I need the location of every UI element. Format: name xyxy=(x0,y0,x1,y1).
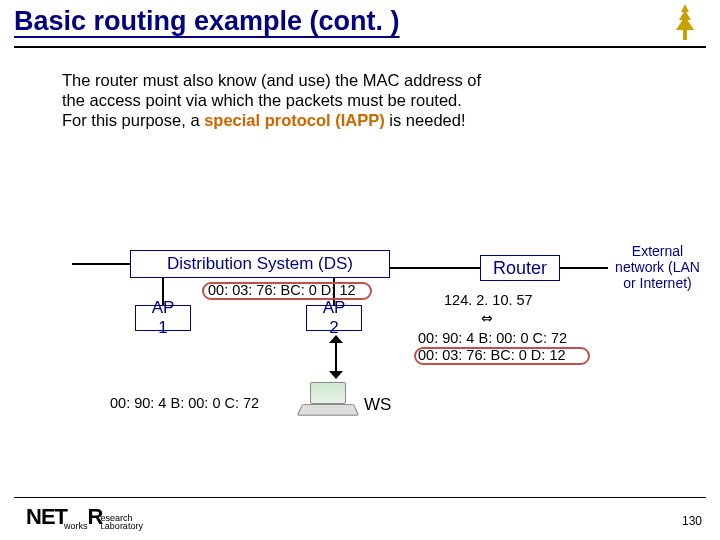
ap2-box: AP 2 xyxy=(306,305,362,331)
wire-router-ext xyxy=(560,267,608,269)
wire-ds-left xyxy=(72,263,130,265)
laptop-icon xyxy=(302,382,356,420)
footer-divider xyxy=(14,497,706,499)
mac-address-ws-right: 00: 90: 4 B: 00: 0 C: 72 xyxy=(418,330,567,346)
tree-logo-icon xyxy=(668,2,702,40)
mac-address-ws-left: 00: 90: 4 B: 00: 0 C: 72 xyxy=(110,395,259,411)
ap1-box: AP 1 xyxy=(135,305,191,331)
footer-logo-net: NET xyxy=(26,504,67,529)
title-divider xyxy=(14,46,706,48)
wire-ds-router xyxy=(390,267,480,269)
slide-title: Basic routing example (cont. ) xyxy=(14,6,400,37)
body-text-line1: The router must also know (and use) the … xyxy=(62,71,481,89)
double-arrow-icon: ⇔ xyxy=(481,310,493,326)
body-text-line2: the access point via which the packets m… xyxy=(62,91,462,109)
external-network-label: External network (LAN or Internet) xyxy=(615,243,700,291)
highlight-circle-ap2-mac-right xyxy=(414,347,590,365)
slide: Basic routing example (cont. ) The route… xyxy=(0,0,720,540)
body-paragraph: The router must also know (and use) the … xyxy=(62,70,652,130)
body-text-special: special protocol (IAPP) xyxy=(204,111,385,129)
footer-logo: NETworksResearchLaboratory xyxy=(26,504,143,530)
network-diagram: Distribution System (DS) Router External… xyxy=(60,200,670,450)
footer-logo-small: works xyxy=(64,522,88,530)
ws-label: WS xyxy=(364,395,391,415)
wireless-link-arrow xyxy=(329,335,343,379)
body-text-line3-suffix: is needed! xyxy=(385,111,466,129)
router-box: Router xyxy=(480,255,560,281)
router-ip: 124. 2. 10. 57 xyxy=(444,292,533,308)
highlight-circle-ap2-mac xyxy=(202,282,372,300)
footer-logo-small2: esearchLaboratory xyxy=(100,514,142,530)
ds-box: Distribution System (DS) xyxy=(130,250,390,278)
page-number: 130 xyxy=(682,514,702,528)
body-text-line3-prefix: For this purpose, a xyxy=(62,111,204,129)
